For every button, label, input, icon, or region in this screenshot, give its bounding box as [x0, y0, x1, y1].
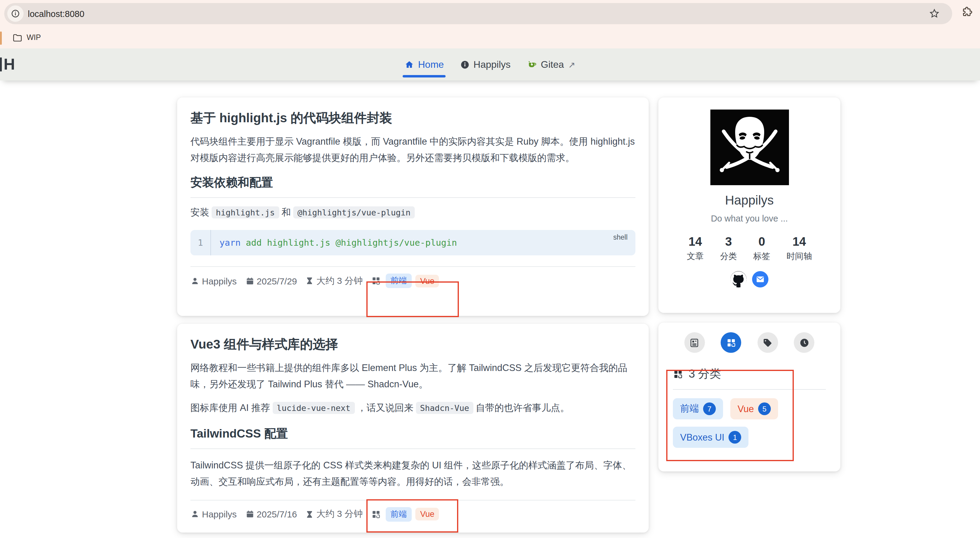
- github-link[interactable]: [730, 271, 747, 287]
- folder-icon: [12, 32, 22, 43]
- panel-heading-label: 分类: [698, 366, 721, 382]
- nav-item-gitea[interactable]: Gitea ↗: [527, 59, 575, 70]
- hourglass-icon: [305, 277, 314, 285]
- profile-social-links: [659, 271, 840, 287]
- meta-read-time-text: 大约 3 分钟: [317, 275, 363, 287]
- avatar-guy-fawkes-image: [710, 110, 789, 185]
- panel-tabs: [659, 332, 840, 353]
- post-title[interactable]: Vue3 组件与样式库的选择: [191, 336, 635, 353]
- post-install-line: 安装highlight.js和@highlightjs/vue-plugin: [191, 207, 635, 219]
- page: localhost:8080 WIP H Home Happilys: [0, 0, 980, 538]
- meta-date-text: 2025/7/16: [257, 509, 297, 519]
- meta-date-text: 2025/7/29: [257, 276, 297, 286]
- github-icon: [730, 271, 747, 287]
- install-text-1: 安装: [191, 207, 209, 217]
- tab-tags[interactable]: [757, 332, 778, 353]
- nav-happilys-label: Happilys: [473, 59, 511, 70]
- stat-articles[interactable]: 14 文章: [687, 235, 704, 262]
- install-text-2: 和: [282, 207, 291, 217]
- meta-date: 2025/7/16: [245, 509, 297, 519]
- category-grid-icon: [371, 509, 381, 519]
- stat-categories-value: 3: [720, 235, 737, 249]
- bookmarks-edge-accent: [0, 32, 2, 45]
- post-card-1[interactable]: 基于 highlight.js 的代码块组件封装 代码块组件主要用于显示 Vag…: [177, 97, 649, 316]
- profile-tagline: Do what you love ...: [659, 214, 840, 223]
- tag-icon: [763, 337, 773, 348]
- inline-code-lucide: lucide-vue-next: [273, 402, 355, 414]
- bookmark-folder-label: WIP: [27, 33, 41, 42]
- extensions-icon[interactable]: [961, 6, 973, 18]
- category-grid-icon: [726, 337, 736, 348]
- stat-articles-value: 14: [687, 235, 704, 249]
- category-grid-icon: [371, 276, 381, 286]
- inline-code-vue-plugin: @highlightjs/vue-plugin: [293, 207, 415, 219]
- stat-tags-value: 0: [753, 235, 770, 249]
- post-tag-frontend[interactable]: 前端: [386, 274, 412, 288]
- bookmarks-bar: WIP: [0, 27, 980, 48]
- post-meta-row: Happilys 2025/7/16 大约 3 分钟 前端 Vue: [191, 507, 635, 521]
- meta-read-time: 大约 3 分钟: [305, 275, 363, 287]
- site-header: H Home Happilys Gitea ↗: [0, 48, 980, 80]
- profile-stats: 14 文章 3 分类 0 标签 14 时间轴: [659, 235, 840, 262]
- sidebar-panel-card: 3 分类 前端 7 Vue 5 VBoxes UI 1: [659, 322, 840, 471]
- post-tag-vue[interactable]: Vue: [415, 275, 439, 287]
- url-text[interactable]: localhost:8080: [28, 9, 84, 18]
- nav-item-happilys[interactable]: Happilys: [460, 59, 511, 70]
- stat-timeline-value: 14: [786, 235, 812, 249]
- site-info-icon[interactable]: [7, 5, 24, 22]
- category-pill-vue[interactable]: Vue 5: [730, 398, 778, 419]
- post-section-heading: 安装依赖和配置: [191, 175, 635, 198]
- post-tag-frontend[interactable]: 前端: [386, 507, 412, 521]
- inline-code-highlightjs: highlight.js: [212, 207, 279, 219]
- post-paragraph-2: 图标库使用 AI 推荐lucide-vue-next，话又说回来Shadcn-V…: [191, 402, 635, 415]
- p2-text-1: 图标库使用 AI 推荐: [191, 403, 270, 413]
- tab-timeline[interactable]: [794, 332, 815, 353]
- meta-author: Happilys: [191, 509, 237, 519]
- category-label: VBoxes UI: [680, 432, 724, 443]
- panel-heading-count: 3: [689, 367, 695, 381]
- category-count-badge: 1: [729, 431, 741, 444]
- panel-heading: 3 分类: [673, 366, 826, 382]
- code-block: 1 yarn add highlight.js @highlightjs/vue…: [191, 230, 635, 256]
- profile-name: Happilys: [659, 193, 840, 208]
- nav-item-home[interactable]: Home: [405, 59, 444, 70]
- code-line-number: 1: [191, 230, 211, 256]
- stat-timeline[interactable]: 14 时间轴: [786, 235, 812, 262]
- meta-author: Happilys: [191, 276, 237, 286]
- tab-categories[interactable]: [721, 332, 741, 353]
- post-title[interactable]: 基于 highlight.js 的代码块组件封装: [191, 110, 635, 126]
- meta-divider: [191, 500, 635, 500]
- category-pill-vboxes-ui[interactable]: VBoxes UI 1: [673, 427, 748, 448]
- post-tag-vue[interactable]: Vue: [415, 508, 439, 520]
- post-excerpt: 代码块组件主要用于显示 Vagrantfile 模版，而 Vagrantfile…: [191, 134, 635, 166]
- p2-text-2: ，话又说回来: [357, 403, 413, 413]
- main-nav: Home Happilys Gitea ↗: [0, 48, 980, 80]
- post-section-heading: TailwindCSS 配置: [191, 426, 635, 449]
- code-lang-badge: shell: [613, 234, 628, 241]
- profile-card: Happilys Do what you love ... 14 文章 3 分类…: [659, 97, 840, 313]
- post-meta-row: Happilys 2025/7/29 大约 3 分钟 前端 Vue: [191, 274, 635, 288]
- nav-home-label: Home: [418, 59, 444, 70]
- bookmark-folder-wip[interactable]: WIP: [12, 32, 41, 43]
- address-bar[interactable]: localhost:8080: [4, 3, 952, 24]
- article-icon: [689, 337, 700, 348]
- hourglass-icon: [305, 510, 314, 518]
- category-pill-frontend[interactable]: 前端 7: [673, 398, 723, 419]
- tab-articles[interactable]: [684, 332, 705, 353]
- stat-tags-label: 标签: [753, 251, 770, 262]
- post-card-2[interactable]: Vue3 组件与样式库的选择 网络教程和一些书籍上提供的组件库多以 Elemen…: [177, 324, 649, 533]
- stat-articles-label: 文章: [687, 251, 704, 262]
- category-label: Vue: [738, 403, 754, 414]
- calendar-icon: [245, 509, 254, 519]
- meta-author-text: Happilys: [202, 509, 237, 519]
- email-link[interactable]: [752, 271, 768, 287]
- external-link-arrow-icon: ↗: [568, 60, 575, 69]
- stat-categories[interactable]: 3 分类: [720, 235, 737, 262]
- category-count-badge: 5: [758, 402, 771, 415]
- post-paragraph-1: 网络教程和一些书籍上提供的组件库多以 Element Plus 为主。了解 Ta…: [191, 360, 635, 393]
- bookmark-star-icon[interactable]: [929, 8, 940, 19]
- meta-read-time-text: 大约 3 分钟: [317, 508, 363, 520]
- code-token-cmd: yarn: [220, 238, 240, 248]
- inline-code-shadcn: Shadcn-Vue: [416, 402, 473, 414]
- stat-tags[interactable]: 0 标签: [753, 235, 770, 262]
